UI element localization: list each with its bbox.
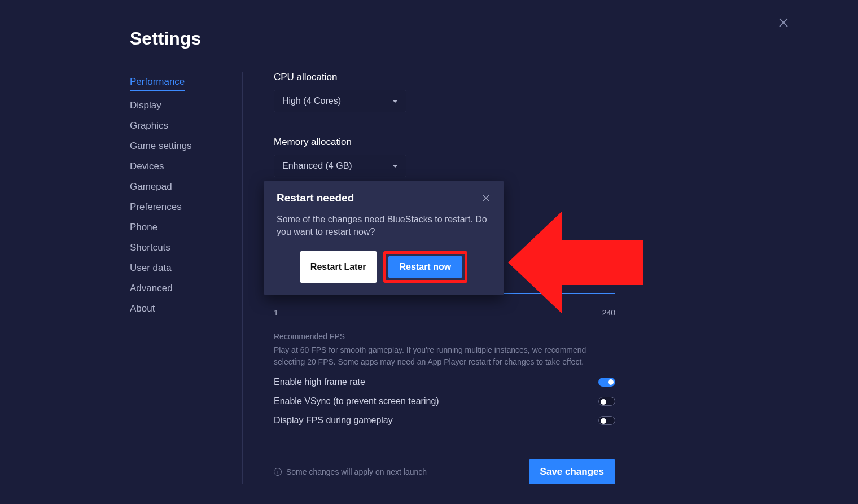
sidebar-item-performance[interactable]: Performance xyxy=(130,72,185,91)
close-icon[interactable] xyxy=(777,16,790,29)
sidebar-item-graphics[interactable]: Graphics xyxy=(130,116,225,136)
chevron-down-icon xyxy=(392,165,398,168)
sidebar-item-shortcuts[interactable]: Shortcuts xyxy=(130,238,225,258)
sidebar-item-gamepad[interactable]: Gamepad xyxy=(130,177,225,197)
settings-sidebar: Performance Display Graphics Game settin… xyxy=(130,72,243,484)
toggle-high-frame-rate-label: Enable high frame rate xyxy=(274,377,365,387)
sidebar-item-display[interactable]: Display xyxy=(130,95,225,116)
info-icon: i xyxy=(274,468,282,476)
sidebar-item-devices[interactable]: Devices xyxy=(130,156,225,177)
toggle-vsync-label: Enable VSync (to prevent screen tearing) xyxy=(274,396,439,406)
memory-allocation-label: Memory allocation xyxy=(274,137,615,148)
toggle-display-fps-label: Display FPS during gameplay xyxy=(274,415,393,426)
cpu-allocation-value: High (4 Cores) xyxy=(282,96,341,106)
recommended-fps-heading: Recommended FPS xyxy=(274,332,615,341)
recommended-fps-text: Play at 60 FPS for smooth gameplay. If y… xyxy=(274,344,607,368)
sidebar-item-advanced[interactable]: Advanced xyxy=(130,278,225,299)
fps-slider-min-label: 1 xyxy=(274,308,278,317)
sidebar-item-about[interactable]: About xyxy=(130,299,225,319)
cpu-allocation-label: CPU allocation xyxy=(274,72,615,83)
restart-modal-body: Some of the changes need BlueStacks to r… xyxy=(277,213,491,239)
restart-modal-title: Restart needed xyxy=(277,192,354,204)
cpu-allocation-select[interactable]: High (4 Cores) xyxy=(274,90,406,112)
footer-note: Some changes will apply on next launch xyxy=(286,467,427,476)
sidebar-item-phone[interactable]: Phone xyxy=(130,217,225,238)
divider xyxy=(274,124,615,124)
sidebar-item-preferences[interactable]: Preferences xyxy=(130,197,225,217)
restart-now-button[interactable]: Restart now xyxy=(388,256,463,278)
fps-slider-max-label: 240 xyxy=(602,308,615,317)
chevron-down-icon xyxy=(392,100,398,103)
fps-slider-track[interactable] xyxy=(502,293,615,294)
toggle-vsync[interactable] xyxy=(598,397,615,406)
sidebar-item-game-settings[interactable]: Game settings xyxy=(130,136,225,156)
sidebar-item-user-data[interactable]: User data xyxy=(130,258,225,278)
memory-allocation-value: Enhanced (4 GB) xyxy=(282,161,352,171)
close-icon[interactable] xyxy=(481,193,491,203)
page-title: Settings xyxy=(130,28,858,49)
toggle-display-fps[interactable] xyxy=(598,416,615,425)
restart-modal: Restart needed Some of the changes need … xyxy=(264,181,504,295)
highlight-box: Restart now xyxy=(383,251,468,283)
restart-later-button[interactable]: Restart Later xyxy=(300,251,377,283)
toggle-high-frame-rate[interactable] xyxy=(598,378,615,387)
save-changes-button[interactable]: Save changes xyxy=(529,459,615,484)
memory-allocation-select[interactable]: Enhanced (4 GB) xyxy=(274,155,406,177)
